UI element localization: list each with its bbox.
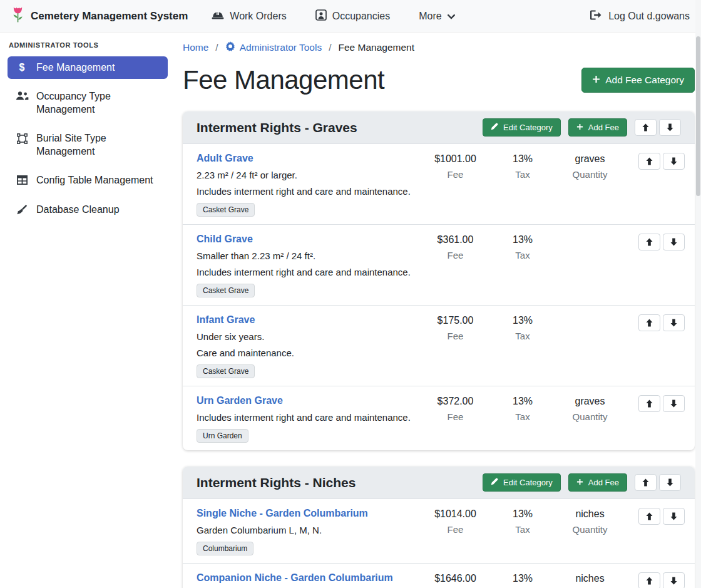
edit-category-button[interactable]: Edit Category — [483, 473, 561, 492]
person-frame-icon — [315, 9, 327, 23]
sidebar-item-fee-management[interactable]: $ Fee Management — [8, 56, 168, 79]
sidebar-item-burial-site-type-management[interactable]: Burial Site Type Management — [8, 127, 168, 163]
top-navbar: Cemetery Management System Work Orders O… — [0, 0, 701, 33]
main-content: Home / Administrator Tools / Fee Managem… — [175, 33, 701, 588]
move-fee-down-button[interactable] — [663, 234, 685, 250]
fee-amount-label: Fee — [419, 411, 491, 422]
fee-quantity-col: niches Quantity — [554, 508, 626, 535]
fee-amount-col: $361.00 Fee — [419, 234, 491, 260]
fee-amount-label: Fee — [419, 169, 491, 180]
move-category-up-button[interactable] — [635, 119, 657, 136]
fee-quantity-unit: niches — [554, 573, 626, 584]
fee-description: 2.23 m² / 24 ft² or larger. — [197, 170, 414, 180]
fee-quantity-col: graves Quantity — [554, 153, 626, 180]
nav-occupancies[interactable]: Occupancies — [315, 9, 391, 23]
fee-descriptions: Garden Columbarium L, M, N. — [197, 525, 414, 535]
add-fee-label: Add Fee — [588, 478, 619, 487]
fee-amount-col: $1014.00 Fee — [419, 508, 491, 535]
app-brand[interactable]: Cemetery Management System — [11, 6, 188, 26]
fee-list: Single Niche - Garden Columbarium Garden… — [183, 498, 695, 588]
breadcrumb-home-link[interactable]: Home — [183, 42, 208, 53]
breadcrumb-separator: / — [329, 42, 331, 53]
sidebar-item-occupancy-type-management[interactable]: Occupancy Type Management — [8, 85, 168, 121]
fee-name-link[interactable]: Child Grave — [197, 234, 414, 245]
fee-quantity-unit: graves — [554, 153, 626, 165]
category-reorder-buttons — [635, 119, 681, 136]
plus-icon — [576, 123, 583, 132]
fee-row: Urn Garden Grave Includes interment righ… — [183, 386, 695, 450]
fee-type-badge: Urn Garden — [197, 429, 248, 443]
fee-reorder-buttons — [626, 508, 685, 525]
sidebar-item-config-table-management[interactable]: Config Table Management — [8, 169, 168, 192]
move-fee-up-button[interactable] — [638, 508, 660, 525]
logout-button[interactable]: Log Out d.gowans — [590, 10, 690, 23]
fee-type-badge: Casket Grave — [197, 284, 255, 297]
sidebar-item-database-cleanup[interactable]: Database Cleanup — [8, 199, 168, 221]
fee-row: Companion Niche - Garden Columbarium Gar… — [183, 563, 695, 588]
move-fee-up-button[interactable] — [638, 314, 660, 331]
fee-row: Adult Grave 2.23 m² / 24 ft² or larger.I… — [183, 143, 695, 224]
fee-quantity-unit: graves — [554, 396, 626, 407]
move-fee-down-button[interactable] — [663, 572, 685, 588]
fee-name-link[interactable]: Infant Grave — [197, 314, 414, 326]
nav-work-orders[interactable]: Work Orders — [212, 9, 286, 23]
move-fee-up-button[interactable] — [638, 395, 660, 412]
move-fee-down-button[interactable] — [663, 395, 685, 412]
fee-reorder-buttons — [626, 314, 685, 331]
fee-name-link[interactable]: Companion Niche - Garden Columbarium — [197, 572, 414, 584]
move-fee-up-button[interactable] — [638, 234, 660, 250]
fee-amount: $175.00 — [419, 315, 491, 326]
fee-amount-label: Fee — [419, 331, 491, 341]
hard-hat-icon — [212, 9, 224, 23]
fee-tax-label: Tax — [491, 169, 554, 180]
fee-tax-col: 13% Tax — [491, 234, 554, 260]
fee-name-link[interactable]: Urn Garden Grave — [197, 395, 414, 406]
move-fee-up-button[interactable] — [638, 572, 660, 588]
move-category-down-button[interactable] — [659, 474, 681, 491]
move-category-down-button[interactable] — [659, 119, 681, 136]
fee-description: Care and maintenance. — [197, 348, 414, 358]
breadcrumb-admin-tools-link[interactable]: Administrator Tools — [225, 41, 322, 54]
breadcrumb-separator: / — [215, 42, 218, 53]
fee-amount: $372.00 — [419, 396, 491, 407]
fee-amount: $1001.00 — [419, 153, 491, 165]
category-title: Interment Rights - Niches — [197, 475, 483, 490]
scrollbar-thumb[interactable] — [696, 36, 700, 196]
add-fee-button[interactable]: Add Fee — [568, 473, 627, 492]
vector-square-icon — [15, 133, 29, 144]
fee-description: Includes interment right and care and ma… — [197, 267, 414, 277]
fee-info: Companion Niche - Garden Columbarium Gar… — [197, 572, 419, 588]
add-fee-button[interactable]: Add Fee — [568, 118, 627, 137]
sidebar-item-label: Occupancy Type Management — [36, 90, 160, 116]
dollar-icon: $ — [15, 63, 29, 73]
move-fee-up-button[interactable] — [638, 153, 660, 170]
fee-type-badge: Columbarium — [197, 542, 253, 555]
sidebar-item-label: Database Cleanup — [36, 204, 120, 216]
fee-description: Garden Columbarium L, M, N. — [197, 525, 414, 535]
fee-reorder-buttons — [626, 153, 685, 170]
move-category-up-button[interactable] — [635, 474, 657, 491]
breadcrumb-admin-tools-label: Administrator Tools — [240, 42, 322, 53]
sidebar: ADMINISTRATOR TOOLS $ Fee Management Occ… — [0, 33, 175, 588]
fee-name-link[interactable]: Single Niche - Garden Columbarium — [197, 508, 414, 519]
add-fee-category-button[interactable]: Add Fee Category — [581, 68, 695, 93]
fee-row: Child Grave Smaller than 2.23 m² / 24 ft… — [183, 224, 695, 305]
move-fee-down-button[interactable] — [663, 153, 685, 170]
page-title: Fee Management — [183, 65, 384, 95]
nav-more[interactable]: More — [419, 11, 454, 22]
fee-descriptions: Includes interment right and care and ma… — [197, 412, 414, 423]
add-fee-label: Add Fee — [588, 123, 619, 132]
fee-info: Child Grave Smaller than 2.23 m² / 24 ft… — [197, 234, 419, 297]
fee-quantity-label: Quantity — [554, 169, 626, 180]
fee-tax-label: Tax — [491, 250, 554, 260]
vertical-scrollbar[interactable] — [695, 0, 701, 588]
edit-category-button[interactable]: Edit Category — [483, 118, 561, 137]
fee-name-link[interactable]: Adult Grave — [197, 153, 414, 164]
move-fee-down-button[interactable] — [663, 314, 685, 331]
broom-icon — [15, 205, 29, 215]
move-fee-down-button[interactable] — [663, 508, 685, 525]
fee-category-card: Interment Rights - Graves Edit Category … — [183, 111, 695, 450]
fee-amount-col: $372.00 Fee — [419, 395, 491, 422]
logout-icon — [590, 10, 603, 23]
fee-description: Smaller than 2.23 m² / 24 ft². — [197, 250, 414, 261]
